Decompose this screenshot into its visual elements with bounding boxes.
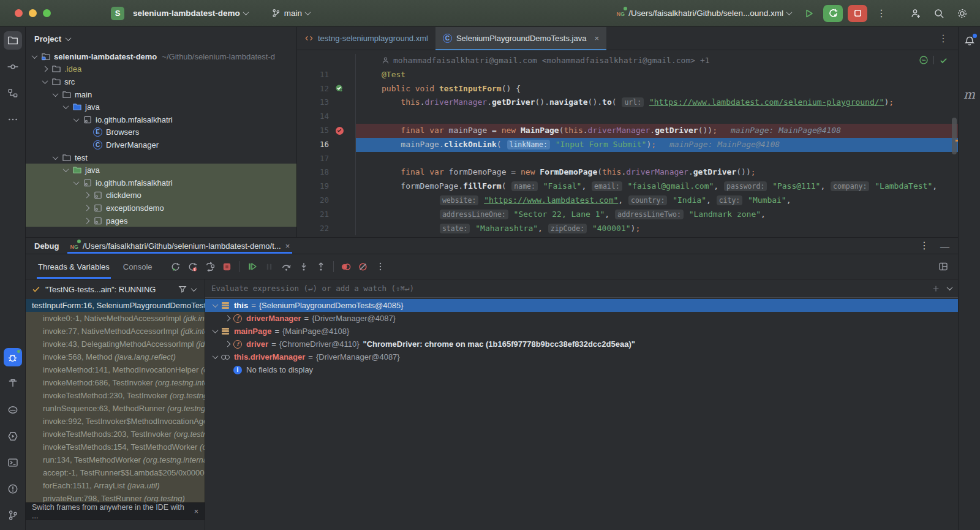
tab-selenium-tests-java[interactable]: C SeleniumPlaygroundDemoTests.java ×: [435, 27, 606, 50]
inspections-widget[interactable]: [919, 55, 948, 65]
tree-chevron[interactable]: [74, 118, 82, 122]
variable-chevron[interactable]: [210, 329, 220, 333]
run-configuration-widget[interactable]: NG /Users/faisalkhatri/Github/selen...ou…: [613, 6, 795, 20]
variable-row[interactable]: this={SeleniumPlaygroundDemoTests@4085}: [205, 299, 958, 312]
rerun-failed-button[interactable]: [184, 259, 202, 274]
code-editor[interactable]: mohammadfaisalkhatri@gmail.com <mohammad…: [297, 50, 958, 237]
more-actions-button[interactable]: ⋮: [872, 5, 891, 22]
editor-gutter[interactable]: 12: [297, 82, 356, 96]
editor-gutter[interactable]: 19: [297, 180, 356, 194]
tree-chevron[interactable]: [42, 80, 51, 84]
settings-button[interactable]: [953, 5, 971, 22]
stack-frame[interactable]: invoke:43, DelegatingMethodAccessorImpl …: [26, 338, 205, 350]
tree-row-java[interactable]: java: [26, 164, 296, 176]
chevron-down-icon[interactable]: [947, 284, 953, 290]
stack-frame[interactable]: run:134, TestMethodWorker (org.testng.in…: [26, 453, 205, 466]
step-over-button[interactable]: [278, 259, 295, 274]
stack-frame[interactable]: forEach:1511, ArrayList (java.util): [26, 479, 205, 492]
stack-frame[interactable]: runInSequence:63, MethodRunner (org.test…: [26, 402, 205, 415]
variable-chevron[interactable]: [210, 303, 220, 308]
variable-row[interactable]: mainPage={MainPage@4108}: [205, 325, 958, 338]
editor-gutter[interactable]: 17: [297, 152, 356, 166]
terminal-tool-button[interactable]: [4, 453, 22, 472]
editor-options-button[interactable]: ⋮: [929, 27, 958, 50]
add-watch-icon[interactable]: [932, 284, 940, 293]
stack-frame[interactable]: invokeTestMethods:203, TestInvoker (org.…: [26, 428, 205, 441]
stop-button[interactable]: [219, 259, 236, 274]
close-window-button[interactable]: [15, 9, 23, 17]
evaluate-expression-input[interactable]: Evaluate expression (↵) or add a watch (…: [205, 279, 958, 298]
variable-row[interactable]: iNo fields to display: [205, 363, 958, 376]
stack-frame[interactable]: invokeMethod:141, MethodInvocationHelper…: [26, 363, 205, 376]
editor-gutter[interactable]: [297, 54, 356, 68]
minimize-window-button[interactable]: [29, 9, 37, 17]
stack-frame[interactable]: invoke:992, TestInvoker$MethodInvocation…: [26, 415, 205, 428]
tree-row-io-github-mfaisalkhatri[interactable]: io.github.mfaisalkhatri: [26, 176, 296, 189]
rerun-button[interactable]: [167, 259, 184, 274]
tree-row-main[interactable]: main: [26, 88, 296, 101]
tree-chevron[interactable]: [42, 67, 51, 71]
close-tab-icon[interactable]: ×: [594, 34, 599, 43]
tree-row-java[interactable]: java: [26, 100, 296, 113]
tree-chevron[interactable]: [53, 156, 61, 160]
problems-tool-button[interactable]: [4, 480, 22, 498]
filter-icon[interactable]: [178, 285, 187, 293]
search-everywhere-button[interactable]: [930, 5, 948, 22]
layout-settings-button[interactable]: [935, 259, 952, 274]
tree-row-io-github-mfaisalkhatri[interactable]: io.github.mfaisalkhatri: [26, 113, 296, 126]
thread-selector[interactable]: "TestNG-tests...ain": RUNNING: [26, 279, 205, 299]
test-pass-icon[interactable]: [329, 84, 350, 93]
stack-frame[interactable]: privateRun:798, TestRunner (org.testng): [26, 492, 205, 502]
tree-row-drivermanager[interactable]: CDriverManager: [26, 138, 296, 151]
editor-gutter[interactable]: 14: [297, 110, 356, 124]
tree-chevron[interactable]: [84, 206, 92, 210]
variable-row[interactable]: this.driverManager={DriverManager@4087}: [205, 350, 958, 363]
tree-row-exceptionsdemo[interactable]: exceptionsdemo: [26, 202, 296, 214]
project-widget[interactable]: selenium-lambdatest-demo: [129, 6, 252, 20]
vcs-branch-widget[interactable]: main: [268, 6, 314, 20]
editor-gutter[interactable]: 21: [297, 208, 356, 222]
stack-frame[interactable]: invokeTestMethods:154, TestMethodWorker …: [26, 441, 205, 453]
git-tool-button[interactable]: [4, 506, 22, 524]
tree-row-selenium-lambdatest-demo[interactable]: selenium-lambdatest-demo~/Github/seleniu…: [26, 50, 296, 63]
tree-chevron[interactable]: [32, 55, 40, 59]
chevron-down-icon[interactable]: [191, 286, 197, 292]
code-with-me-button[interactable]: [907, 5, 925, 22]
editor-gutter[interactable]: 18: [297, 165, 356, 180]
mute-bp-button[interactable]: [355, 259, 372, 274]
maven-tool-button[interactable]: m: [963, 87, 975, 102]
tree-chevron[interactable]: [63, 105, 72, 109]
swap-button[interactable]: [202, 259, 219, 274]
breakpoint-icon[interactable]: [336, 127, 344, 135]
tree-chevron[interactable]: [63, 168, 72, 172]
run-button[interactable]: [800, 5, 818, 22]
hide-panel-button[interactable]: —: [940, 241, 949, 251]
debug-session-tab[interactable]: NG /Users/faisalkhatri/Github/selenium-l…: [67, 238, 292, 254]
zoom-window-button[interactable]: [43, 9, 51, 17]
resume-button[interactable]: [244, 259, 261, 274]
rerun-debug-button[interactable]: [823, 5, 843, 22]
stack-frame[interactable]: accept:-1, TestRunner$$Lambda$205/0x0000…: [26, 466, 205, 479]
close-hint-icon[interactable]: ×: [194, 507, 198, 516]
variable-row[interactable]: fdriverManager={DriverManager@4087}: [205, 312, 958, 325]
tree-row--idea[interactable]: .idea: [26, 63, 296, 76]
tab-testng-xml[interactable]: testng-seleniumplayground.xml: [297, 27, 435, 50]
tree-chevron[interactable]: [74, 181, 82, 185]
services-tool-button[interactable]: [4, 401, 22, 419]
tree-row-pages[interactable]: pages: [26, 214, 296, 227]
variable-chevron[interactable]: [222, 316, 232, 320]
step-out-button[interactable]: [312, 259, 330, 274]
chevron-down-icon[interactable]: [66, 35, 72, 41]
build-tool-button[interactable]: [4, 374, 22, 393]
editor-gutter[interactable]: 13: [297, 96, 356, 110]
stack-frame[interactable]: invoke:77, NativeMethodAccessorImpl (jdk…: [26, 325, 205, 338]
step-into-button[interactable]: [295, 259, 312, 274]
tree-row-test[interactable]: test: [26, 151, 296, 164]
tree-row-src[interactable]: src: [26, 75, 296, 88]
tree-chevron[interactable]: [84, 193, 92, 197]
commit-tool-button[interactable]: [4, 58, 22, 76]
tab-console[interactable]: Console: [117, 254, 159, 279]
tree-chevron[interactable]: [84, 219, 92, 223]
kebab-icon[interactable]: ⋮: [919, 241, 929, 251]
project-tool-button[interactable]: [4, 31, 22, 50]
